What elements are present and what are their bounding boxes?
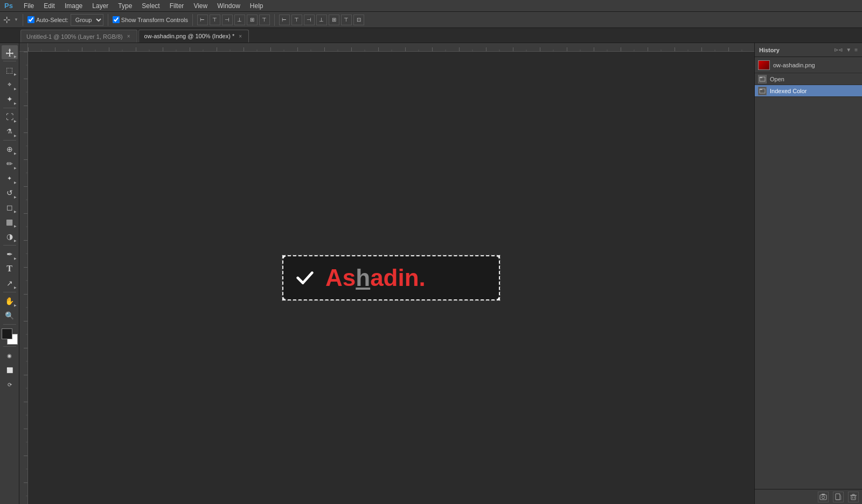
align-bottom-edges-button[interactable]: ⊤ xyxy=(259,15,270,25)
distribute-bottom-button[interactable]: ⊤ xyxy=(341,15,352,25)
menu-layer[interactable]: Layer xyxy=(88,1,113,11)
quick-selection-tool[interactable]: ✦ ▶ xyxy=(2,92,18,106)
transform-controls-checkbox[interactable] xyxy=(113,16,120,23)
arrange-button[interactable]: ⊡ xyxy=(353,15,364,25)
move-tool[interactable]: ▶ xyxy=(2,45,18,59)
align-left-edges-button[interactable]: ⊢ xyxy=(197,15,208,25)
hand-tool[interactable]: ✋ ▶ xyxy=(2,294,18,308)
history-footer xyxy=(755,489,862,504)
vertical-ruler xyxy=(19,52,28,504)
align-top-edges-button[interactable]: ⊥ xyxy=(234,15,245,25)
svg-point-13 xyxy=(822,496,825,499)
distribute-left-button[interactable]: ⊢ xyxy=(279,15,290,25)
rotate-view-icon: ⟳ xyxy=(8,382,12,388)
align-center-h-button[interactable]: ⊤ xyxy=(210,15,220,25)
rotate-view-tool[interactable]: ⟳ xyxy=(2,377,18,391)
svg-rect-18 xyxy=(852,494,854,495)
tool-sep5 xyxy=(3,292,16,292)
history-list: Open Indexed Color xyxy=(755,73,862,489)
history-panel-collapse-icon[interactable]: ▼ xyxy=(846,47,851,53)
foreground-color-swatch[interactable] xyxy=(2,328,12,339)
auto-select-checkbox-group[interactable]: Auto-Select: xyxy=(27,16,68,23)
distribute-right-button[interactable]: ⊣ xyxy=(304,15,315,25)
history-panel-title: History xyxy=(759,47,780,53)
distribute-top-button[interactable]: ⊥ xyxy=(316,15,327,25)
logo-adin: adin. xyxy=(370,264,426,291)
crop-tool[interactable]: ⛶ ▶ xyxy=(2,110,18,124)
menu-select[interactable]: Select xyxy=(137,1,164,11)
quick-mask-tool[interactable]: ◉ xyxy=(2,348,18,362)
dodge-tool[interactable]: ◑ ▶ xyxy=(2,229,18,243)
brush-tool[interactable]: ✏ ▶ xyxy=(2,157,18,171)
menu-file[interactable]: File xyxy=(19,1,38,11)
type-tool[interactable]: T xyxy=(2,262,18,276)
tab-untitled-close[interactable]: × xyxy=(126,33,131,40)
auto-select-label: Auto-Select: xyxy=(36,17,68,23)
history-item-indexed-color-label: Indexed Color xyxy=(770,88,807,94)
zoom-tool[interactable]: 🔍 xyxy=(2,309,18,323)
transform-controls-group[interactable]: Show Transform Controls xyxy=(113,16,188,23)
new-document-button[interactable] xyxy=(833,492,844,502)
gradient-icon: ▦ xyxy=(6,218,13,226)
tool-sep2 xyxy=(3,108,16,108)
menu-help[interactable]: Help xyxy=(246,1,268,11)
delete-state-button[interactable] xyxy=(848,492,859,502)
color-swatches[interactable] xyxy=(2,328,18,345)
marquee-sub-arrow: ▶ xyxy=(14,72,17,76)
pen-tool[interactable]: ✒ ▶ xyxy=(2,247,18,261)
logo-text: Ashadin. xyxy=(325,266,426,290)
history-panel-header: History ⊳⊲ ▼ ≡ xyxy=(755,43,862,57)
svg-rect-4 xyxy=(28,43,754,52)
svg-rect-12 xyxy=(820,495,826,500)
healing-tool[interactable]: ⊕ ▶ xyxy=(2,142,18,156)
lasso-tool[interactable]: ⌖ ▶ xyxy=(2,78,18,92)
history-snapshot[interactable]: ow-ashadin.png xyxy=(755,57,862,73)
menu-type[interactable]: Type xyxy=(114,1,136,11)
eyedropper-tool[interactable]: ⚗ ▶ xyxy=(2,124,18,138)
menu-view[interactable]: View xyxy=(189,1,212,11)
tab-ow-ashadin-close[interactable]: × xyxy=(238,33,243,40)
distribute-middle-v-button[interactable]: ⊞ xyxy=(329,15,339,25)
marquee-tool[interactable]: ⬚ ▶ xyxy=(2,63,18,77)
screen-mode-tool[interactable]: ⬜ xyxy=(2,363,18,377)
menu-window[interactable]: Window xyxy=(213,1,245,11)
tool-sep3 xyxy=(3,140,16,141)
canvas-area[interactable]: Ashadin. xyxy=(19,43,754,504)
new-doc-icon xyxy=(835,493,842,501)
logo-text-content: Ashadin. xyxy=(325,264,426,291)
history-item-indexed-color[interactable]: Indexed Color xyxy=(755,85,862,97)
tab-ow-ashadin[interactable]: ow-ashadin.png @ 100% (Index) * × xyxy=(138,30,249,43)
distribute-center-h-button[interactable]: ⊤ xyxy=(291,15,302,25)
checkmark-svg xyxy=(295,268,315,288)
trash-icon xyxy=(850,493,857,501)
tool-sep1 xyxy=(3,61,16,61)
tool-sep4 xyxy=(3,245,16,246)
history-panel-expand-icon[interactable]: ⊳⊲ xyxy=(834,47,843,53)
eraser-tool[interactable]: ◻ ▶ xyxy=(2,200,18,214)
clone-stamp-tool[interactable]: ✦ ▶ xyxy=(2,171,18,185)
auto-select-dropdown[interactable]: Group Layer xyxy=(71,14,103,26)
tab-untitled[interactable]: Untitled-1 @ 100% (Layer 1, RGB/8) × xyxy=(20,30,137,43)
menu-image[interactable]: Image xyxy=(60,1,87,11)
eraser-icon: ◻ xyxy=(6,203,13,212)
align-middle-v-button[interactable]: ⊞ xyxy=(247,15,258,25)
auto-select-checkbox[interactable] xyxy=(27,16,34,23)
align-right-edges-button[interactable]: ⊣ xyxy=(222,15,233,25)
canvas-content[interactable]: Ashadin. xyxy=(28,52,754,504)
move-tool-arrow: ▼ xyxy=(14,17,18,22)
new-snapshot-button[interactable] xyxy=(818,492,829,502)
history-item-open[interactable]: Open xyxy=(755,73,862,85)
gradient-sub-arrow: ▶ xyxy=(14,224,17,228)
menu-filter[interactable]: Filter xyxy=(165,1,189,11)
pen-sub-arrow: ▶ xyxy=(14,256,17,260)
path-selection-tool[interactable]: ↗ ▶ xyxy=(2,276,18,290)
quick-selection-sub-arrow: ▶ xyxy=(14,101,17,105)
brush-icon: ✏ xyxy=(6,159,13,168)
gradient-tool[interactable]: ▦ ▶ xyxy=(2,215,18,229)
history-panel-menu-icon[interactable]: ≡ xyxy=(854,47,858,53)
history-brush-tool[interactable]: ↺ ▶ xyxy=(2,186,18,200)
dodge-sub-arrow: ▶ xyxy=(14,239,17,242)
zoom-icon: 🔍 xyxy=(5,311,14,320)
crop-sub-arrow: ▶ xyxy=(14,119,17,123)
menu-edit[interactable]: Edit xyxy=(39,1,59,11)
